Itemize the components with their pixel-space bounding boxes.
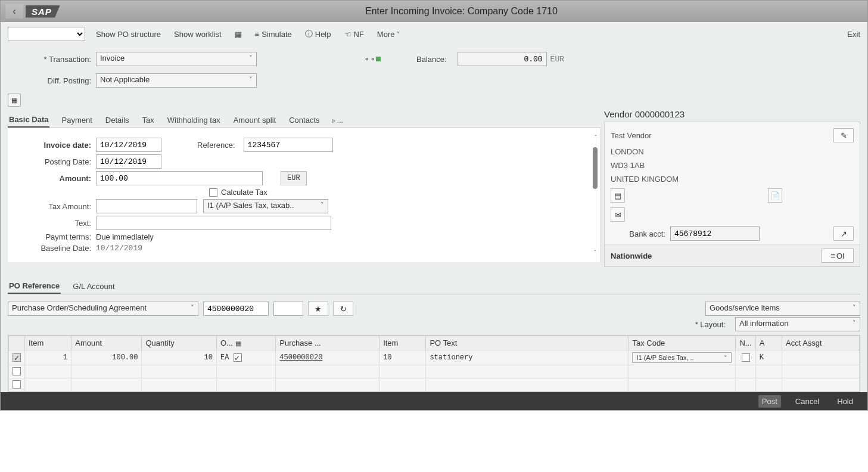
cell-amount[interactable]: 100.00 (71, 350, 142, 365)
table-row[interactable] (9, 365, 860, 378)
goods-service-select[interactable]: Goods/service items (705, 302, 860, 316)
simulate-button[interactable]: ≡Simulate (253, 28, 294, 41)
cell-item2[interactable]: 10 (379, 350, 426, 365)
diff-posting-label: Diff. Posting: (13, 76, 96, 85)
vendor-mail-icon[interactable]: ✉ (611, 207, 625, 222)
post-button[interactable]: Post (758, 395, 781, 408)
paymt-terms-label: Paymt terms: (13, 232, 96, 241)
tab-amount-split[interactable]: Amount split (232, 113, 278, 127)
col-item[interactable]: Item (25, 336, 71, 350)
baseline-date-label: Baseline Date: (13, 244, 96, 253)
cell-acct-assgt[interactable] (782, 350, 860, 365)
back-button[interactable]: ‹ (5, 4, 23, 18)
more-menu[interactable]: More˅ (375, 28, 403, 41)
tab-scroll-right-icon[interactable]: ▹ ... (332, 116, 343, 125)
tax-amount-field[interactable] (96, 199, 197, 213)
col-po-text[interactable]: PO Text (426, 336, 629, 350)
layout-select[interactable]: All information (735, 317, 860, 331)
cancel-button[interactable]: Cancel (792, 395, 823, 408)
tab-withholding[interactable]: Withholding tax (166, 113, 222, 127)
col-tax-code[interactable]: Tax Code (629, 336, 736, 350)
col-acct-assgt[interactable]: Acct Assgt (782, 336, 860, 350)
cell-purchase[interactable]: 4500000020 (276, 350, 379, 365)
tab-contacts[interactable]: Contacts (288, 113, 321, 127)
simulate-label: Simulate (262, 30, 292, 39)
more-label: More (377, 30, 395, 39)
cell-item[interactable]: 1 (25, 350, 71, 365)
po-number-field[interactable] (203, 302, 269, 316)
invoice-date-field[interactable] (96, 138, 161, 152)
reference-field[interactable] (244, 138, 333, 152)
footer-bar: Post Cancel Hold (1, 392, 867, 410)
help-button[interactable]: ⓘHelp (303, 27, 334, 41)
layout-label: * Layout: (695, 320, 730, 329)
vendor-name: Test Vendor (611, 131, 652, 140)
text-field[interactable] (96, 216, 331, 230)
tab-tax[interactable]: Tax (141, 113, 155, 127)
nf-button[interactable]: ☜NF (342, 28, 366, 41)
amount-currency[interactable]: EUR (281, 171, 307, 185)
transaction-select[interactable]: Invoice (96, 52, 257, 66)
basic-data-panel: Invoice date: Reference: Posting Date: (8, 128, 601, 262)
cell-po-text[interactable]: stationery (426, 350, 629, 365)
show-po-structure-button[interactable]: Show PO structure (94, 28, 163, 41)
col-a[interactable]: A (755, 336, 782, 350)
vendor-header: Vendor 0000000123 (604, 107, 860, 122)
tab-payment[interactable]: Payment (60, 113, 93, 127)
show-worklist-button[interactable]: Show worklist (172, 28, 223, 41)
po-refresh-button[interactable]: ↻ (333, 302, 353, 316)
cell-quantity[interactable]: 10 (142, 350, 217, 365)
item-tabs: PO Reference G/L Account (8, 275, 860, 294)
col-purchase[interactable]: Purchase ... (276, 336, 379, 350)
table-row[interactable]: ✓1100.0010EA ✓450000002010stationeryI1 (… (9, 350, 860, 365)
col-amount[interactable]: Amount (71, 336, 142, 350)
row-checkbox[interactable] (13, 367, 21, 375)
o-checkbox[interactable]: ✓ (234, 353, 242, 362)
tax-code-select[interactable]: I1 (A/P Sales Tax, taxab.. (203, 199, 328, 213)
panel-scrollbar[interactable]: ˆ ˇ (593, 134, 599, 256)
header-toggle-icon[interactable]: ▦ (8, 94, 21, 107)
col-o[interactable]: O... ▦ (217, 336, 276, 350)
cell-a[interactable]: K (755, 350, 782, 365)
tab-details[interactable]: Details (104, 113, 130, 127)
vendor-panel: Test Vendor ✎ LONDON WD3 1AB UNITED KING… (604, 122, 860, 267)
po-search-button[interactable]: ★ (308, 302, 328, 316)
cell-o[interactable]: EA ✓ (217, 350, 276, 365)
balance-currency: EUR (547, 55, 568, 64)
vendor-list-icon[interactable]: ▤ (611, 188, 625, 203)
posting-date-field[interactable] (96, 154, 161, 169)
balance-label: Balance: (416, 55, 452, 64)
tab-basic-data[interactable]: Basic Data (8, 113, 49, 128)
ref-type-select[interactable]: Purchase Order/Scheduling Agreement (8, 302, 198, 316)
posting-date-label: Posting Date: (13, 157, 96, 166)
amount-label: Amount: (13, 174, 96, 183)
document-icon[interactable]: ▦ (232, 28, 244, 41)
exit-button[interactable]: Exit (847, 30, 860, 39)
vendor-display-button[interactable]: ✎ (833, 128, 854, 142)
row-checkbox[interactable] (13, 380, 21, 389)
text-label: Text: (13, 219, 96, 228)
col-item2[interactable]: Item (379, 336, 426, 350)
cell-tax-code[interactable]: I1 (A/P Sales Tax, .. (629, 350, 736, 365)
bank-open-button[interactable]: ↗ (833, 226, 854, 241)
variant-select[interactable] (8, 27, 85, 41)
table-row[interactable] (9, 378, 860, 392)
oi-button[interactable]: ≡OI (822, 249, 854, 263)
vendor-note-icon[interactable]: 📄 (768, 188, 782, 203)
row-checkbox[interactable]: ✓ (13, 353, 21, 362)
amount-field[interactable] (96, 171, 263, 185)
tab-gl-account[interactable]: G/L Account (71, 280, 116, 293)
help-label: Help (315, 30, 331, 39)
col-n[interactable]: N... (736, 336, 755, 350)
col-select[interactable] (9, 336, 25, 350)
po-item-field[interactable] (273, 302, 303, 316)
tab-po-reference[interactable]: PO Reference (8, 279, 61, 294)
vendor-country: UNITED KINGDOM (611, 175, 854, 184)
diff-posting-select[interactable]: Not Applicable (96, 73, 257, 88)
vendor-postcode: WD3 1AB (611, 161, 854, 170)
page-title: Enter Incoming Invoice: Company Code 171… (60, 6, 863, 17)
calculate-tax-checkbox[interactable] (209, 188, 217, 197)
hold-button[interactable]: Hold (833, 395, 857, 408)
n-checkbox[interactable] (742, 353, 750, 362)
col-quantity[interactable]: Quantity (142, 336, 217, 350)
